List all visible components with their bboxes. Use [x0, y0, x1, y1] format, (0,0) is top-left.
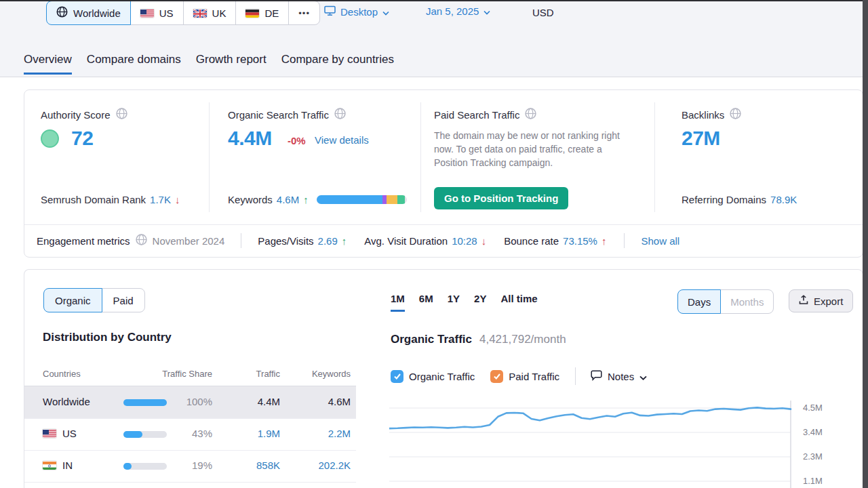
go-to-position-tracking-button[interactable]: Go to Position Tracking [434, 187, 568, 209]
chart-heading: Organic Traffic 4,421,792/month [391, 333, 566, 346]
column-header-keywords[interactable]: Keywords [290, 369, 351, 379]
trend-up-arrow: ↑ [601, 235, 607, 247]
divider [420, 102, 421, 212]
location-worldwide-button[interactable]: Worldwide [46, 1, 131, 25]
organic-toggle-button[interactable]: Organic [43, 288, 102, 312]
traffic-share-value: 100% [172, 396, 212, 407]
divider [624, 233, 625, 248]
date-label: Jan 5, 2025 [426, 5, 479, 17]
divider [241, 233, 241, 248]
keywords-value[interactable]: 2.2M [290, 428, 351, 439]
organic-traffic-value: 4.4M [228, 127, 272, 150]
country-name: IN [62, 460, 73, 471]
bounce-rate-value[interactable]: 73.15% [563, 235, 597, 247]
range-1m[interactable]: 1M [391, 293, 405, 312]
location-de-button[interactable]: DE [235, 1, 289, 25]
backlinks-title: Backlinks [682, 108, 741, 121]
authority-score-value: 72 [71, 127, 93, 150]
scrollbar[interactable] [863, 0, 868, 488]
traffic-share-bar [123, 463, 167, 470]
column-header-countries[interactable]: Countries [43, 369, 81, 379]
country-row-worldwide[interactable]: Worldwide 100% 4.4M 4.6M [24, 386, 356, 419]
paid-toggle-button[interactable]: Paid [102, 288, 145, 312]
device-selector[interactable]: Desktop [324, 5, 389, 18]
country-name: Worldwide [43, 396, 90, 407]
pages-per-visit-value[interactable]: 2.69 [318, 235, 338, 247]
tab-compare-domains[interactable]: Compare domains [87, 53, 181, 75]
range-6m[interactable]: 6M [419, 293, 433, 312]
organic-traffic-change: -0% [288, 135, 306, 146]
granularity-toggle: Days Months [677, 289, 774, 314]
chart-title: Organic Traffic [391, 333, 472, 346]
avg-visit-duration-value[interactable]: 10:28 [452, 235, 477, 247]
range-all-time[interactable]: All time [500, 293, 537, 312]
traffic-card: Organic Paid Distribution by Country Cou… [24, 269, 863, 488]
avg-visit-duration-stat: Avg. Visit Duration 10:28 ↓ [364, 235, 486, 247]
organic-traffic-checkbox-item[interactable]: Organic Traffic [391, 370, 475, 383]
checked-checkbox-icon[interactable] [490, 370, 503, 383]
notes-dropdown[interactable]: Notes [591, 370, 647, 383]
range-2y[interactable]: 2Y [474, 293, 486, 312]
organic-paid-toggle: Organic Paid [43, 288, 145, 312]
date-selector[interactable]: Jan 5, 2025 [426, 5, 490, 17]
days-toggle-button[interactable]: Days [677, 289, 721, 314]
tab-overview[interactable]: Overview [24, 53, 72, 75]
paid-traffic-checkbox-item[interactable]: Paid Traffic [490, 370, 559, 383]
device-label: Desktop [340, 6, 378, 18]
tab-compare-by-countries[interactable]: Compare by countries [281, 53, 394, 75]
engagement-period: November 2024 [153, 235, 225, 247]
engagement-label: Engagement metrics [37, 235, 130, 247]
traffic-share-bar [123, 399, 167, 406]
keywords-value[interactable]: 202.2K [290, 460, 351, 471]
more-locations-button[interactable]: ••• [288, 1, 320, 25]
country-row-in[interactable]: IN 19% 858K 202.2K [24, 450, 356, 483]
report-tabs: Overview Compare domains Growth report C… [24, 53, 394, 75]
tab-growth-report[interactable]: Growth report [196, 53, 267, 75]
location-label: DE [264, 7, 279, 19]
location-label: Worldwide [73, 7, 121, 19]
months-toggle-button[interactable]: Months [720, 289, 774, 314]
keywords-value: 4.6M [290, 396, 351, 407]
country-name: US [62, 428, 77, 439]
referring-domains-footer: Referring Domains 78.9K [682, 194, 797, 205]
range-1y[interactable]: 1Y [448, 293, 460, 312]
location-us-button[interactable]: US [130, 1, 184, 25]
domain-rank-value[interactable]: 1.7K [150, 194, 171, 205]
us-flag-icon [140, 9, 154, 18]
column-header-traffic-share[interactable]: Traffic Share [131, 369, 212, 379]
view-details-link[interactable]: View details [315, 134, 369, 146]
metrics-card: Authority Score 72 Semrush Domain Rank 1… [24, 89, 863, 258]
uk-flag-icon [193, 9, 207, 18]
trend-down-arrow: ↓ [175, 194, 180, 205]
chevron-down-icon [382, 6, 389, 18]
info-globe-icon[interactable] [334, 108, 346, 121]
chevron-down-icon [484, 5, 490, 17]
engagement-metrics-row: Engagement metrics November 2024 Pages/V… [37, 225, 856, 256]
checked-checkbox-icon[interactable] [391, 370, 403, 383]
info-globe-icon[interactable] [116, 108, 127, 121]
keywords-intent-bar [317, 195, 407, 204]
info-globe-icon[interactable] [730, 108, 741, 121]
organic-traffic-line [389, 407, 791, 428]
location-selector: Worldwide US UK DE ••• [46, 1, 320, 25]
info-globe-icon[interactable] [136, 234, 147, 247]
chevron-down-icon [639, 371, 647, 382]
show-all-link[interactable]: Show all [641, 235, 679, 247]
authority-score-gauge [41, 129, 59, 148]
column-header-traffic[interactable]: Traffic [226, 369, 280, 379]
referring-domains-value[interactable]: 78.9K [770, 194, 797, 205]
country-row-us[interactable]: US 43% 1.9M 2.2M [24, 418, 356, 451]
pages-per-visit-stat: Pages/Visits 2.69 ↑ [258, 235, 347, 247]
traffic-value[interactable]: 858K [226, 460, 280, 471]
chart-legend: Organic Traffic Paid Traffic Notes [391, 367, 647, 385]
keywords-value[interactable]: 4.6M [277, 194, 299, 205]
organic-traffic-chart[interactable] [389, 401, 792, 488]
trend-down-arrow: ↓ [481, 235, 487, 247]
export-button[interactable]: Export [789, 289, 853, 312]
location-uk-button[interactable]: UK [183, 1, 237, 25]
info-globe-icon[interactable] [525, 108, 536, 121]
traffic-value[interactable]: 1.9M [226, 428, 280, 439]
keywords-footer: Keywords 4.6M ↑ [228, 194, 407, 205]
divider [209, 102, 210, 212]
backlinks-value: 27M [682, 127, 720, 150]
